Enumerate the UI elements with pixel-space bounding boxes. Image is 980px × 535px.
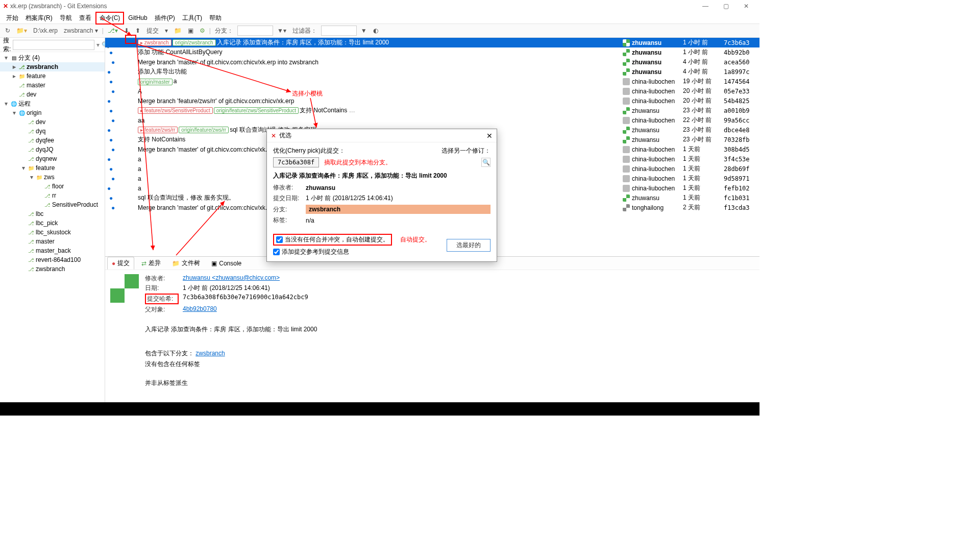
tree-origin-masterback[interactable]: ⎇master_back xyxy=(0,246,105,255)
menu-help[interactable]: 帮助 xyxy=(206,13,225,23)
detail-parent-link[interactable]: 4bb92b0780 xyxy=(183,305,217,312)
dialog-author-label: 修改者: xyxy=(273,183,302,192)
filter-apply-icon[interactable]: ▼ xyxy=(359,26,369,35)
tree-local-zwsbranch[interactable]: ▸⎇zwsbranch xyxy=(0,62,105,71)
commit-row[interactable]: ●▸ feature/zws/SensitiveProductorigin/fe… xyxy=(105,106,760,115)
filter-input[interactable] xyxy=(321,26,357,36)
detail-author-label: 修改者: xyxy=(145,274,179,283)
annotation-pick: 摘取此提交到本地分支。 xyxy=(324,158,391,167)
app-icon: ✕ xyxy=(3,3,8,10)
dialog-ok-button[interactable]: 选最好的 xyxy=(447,239,491,252)
branch-icon: ⎇ xyxy=(18,82,26,89)
remote-icon: 🌐 xyxy=(10,100,17,107)
close-button[interactable]: ✕ xyxy=(736,3,756,10)
tree-origin-revert[interactable]: ⎇revert-864ad100 xyxy=(0,255,105,264)
menu-view[interactable]: 查看 xyxy=(76,13,94,23)
detail-hash-label: 提交哈希: xyxy=(145,294,179,304)
branch-dropdown[interactable]: zwsbranch ▾ xyxy=(62,26,100,35)
detail-message: 入库记录 添加查询条件：库房 库区，添加功能：导出 limit 2000 xyxy=(145,325,754,334)
push-icon[interactable]: ⬆ xyxy=(133,26,142,35)
commit-row[interactable]: ●aachina-liubochen22 小时 前99a56cc xyxy=(105,115,760,125)
search-dropdown-icon[interactable]: ▾ xyxy=(96,41,100,48)
tree-local-master[interactable]: ⎇master xyxy=(0,81,105,90)
tree-origin-zwsbranch[interactable]: ⎇zwsbranch xyxy=(0,264,105,274)
tree-origin-lbc[interactable]: ⎇lbc xyxy=(0,209,105,218)
dot-icon: ● xyxy=(112,260,115,267)
branches-icon: ▤ xyxy=(10,54,17,61)
commit-row[interactable]: ●Merge branch 'feature/zws/rr' of git.ch… xyxy=(105,96,760,106)
tree-origin-zws[interactable]: ▾📁zws xyxy=(0,173,105,182)
detail-author-link[interactable]: zhuwansu <zhuwansu@chicv.com> xyxy=(183,274,280,281)
menu-commands[interactable]: 命令(C) xyxy=(95,12,125,25)
menu-start[interactable]: 开始 xyxy=(3,13,21,23)
dialog-title: 优选 xyxy=(279,131,291,140)
detail-contained: 包含于以下分支： zwsbranch xyxy=(145,349,754,358)
maximize-button[interactable]: ▢ xyxy=(716,3,736,10)
dialog-tag: n/a xyxy=(306,217,314,224)
tree-origin-dyqfee[interactable]: ⎇dyqfee xyxy=(0,136,105,145)
branch-icon: ⎇ xyxy=(18,63,26,70)
commit-button[interactable]: 提交 xyxy=(144,26,161,36)
graph-icon[interactable]: ⎇▾ xyxy=(106,26,120,35)
commit-row[interactable]: ●添加入库导出功能zhuwansu4 小时 前1a8997c xyxy=(105,67,760,77)
dialog-pick-another-label: 选择另一个修订： xyxy=(442,147,491,155)
branch-icon: ⎇ xyxy=(28,155,35,162)
tree-origin-dyq[interactable]: ⎇dyq xyxy=(0,127,105,136)
detail-avatar xyxy=(110,274,139,303)
menu-plugins[interactable]: 插件(P) xyxy=(152,13,178,23)
tab-diff[interactable]: ⇄差异 xyxy=(137,257,165,269)
tree-origin-dyqnew[interactable]: ⎇dyqnew xyxy=(0,154,105,163)
commit-row[interactable]: ●▸ zwsbranchorigin/zwsbranch入库记录 添加查询条件：… xyxy=(105,38,760,47)
toolbar-refresh-icon[interactable]: ↻ xyxy=(3,26,12,35)
pull-icon[interactable]: ⬇ xyxy=(122,26,131,35)
tree-zws-rr[interactable]: ⎇rr xyxy=(0,191,105,200)
branch-filter-input[interactable] xyxy=(237,26,273,36)
tree-local-dev[interactable]: ⎇dev xyxy=(0,90,105,99)
filter-icon[interactable]: ▼▾ xyxy=(275,26,288,35)
detail-contained-branch[interactable]: zwsbranch xyxy=(195,350,225,357)
dialog-hash[interactable]: 7c3b6a308f xyxy=(273,157,319,167)
settings-icon[interactable]: ⚙ xyxy=(198,26,207,35)
filter-clear-icon[interactable]: ◐ xyxy=(371,26,380,35)
tree-zws-floor[interactable]: ⎇floor xyxy=(0,182,105,191)
commit-row[interactable]: ●添加 功能 CountAllListByQueryzhuwansu1 小时 前… xyxy=(105,47,760,57)
menu-nav[interactable]: 导航 xyxy=(57,13,75,23)
search-input[interactable] xyxy=(13,40,94,50)
commit-row[interactable]: ●Achina-liubochen20 小时 前05e7e33 xyxy=(105,86,760,96)
terminal-icon[interactable]: ▣ xyxy=(186,26,195,35)
tab-commit[interactable]: ●提交 xyxy=(107,257,134,270)
tree-origin[interactable]: ▾🌐origin xyxy=(0,108,105,117)
dialog-browse-revision-button[interactable]: 🔍 xyxy=(481,158,491,167)
dialog-close-button[interactable]: ✕ xyxy=(486,132,493,140)
stash-icon[interactable]: ▾ xyxy=(163,26,170,35)
tab-filetree[interactable]: 📁文件树 xyxy=(168,257,204,269)
detail-not-from-tag: 并非从标签派生 xyxy=(145,379,754,387)
commit-row[interactable]: ●origin/masterachina-liubochen19 小时 前147… xyxy=(105,77,760,86)
dialog-auto-commit-checkbox[interactable] xyxy=(276,236,283,243)
menu-repo[interactable]: 档案库(R) xyxy=(22,13,56,23)
tree-local-feature[interactable]: ▸📁feature xyxy=(0,71,105,81)
menu-github[interactable]: GitHub xyxy=(125,13,150,22)
branch-icon: ⎇ xyxy=(44,201,51,208)
commit-row[interactable]: ●Merge branch 'master' of git.chicv.com:… xyxy=(105,57,760,67)
tree-remote-header[interactable]: ▾🌐远程 xyxy=(0,99,105,108)
path-text[interactable]: D:\xk.erp xyxy=(31,26,60,35)
folder-icon[interactable]: 📁▾ xyxy=(14,26,29,35)
tree-branches-header[interactable]: ▾▤分支 (4) xyxy=(0,53,105,62)
tree-origin-lbcpick[interactable]: ⎇lbc_pick xyxy=(0,218,105,228)
menu-tools[interactable]: 工具(T) xyxy=(179,13,205,23)
tree-origin-feature[interactable]: ▾📁feature xyxy=(0,163,105,173)
tree-origin-master[interactable]: ⎇master xyxy=(0,237,105,246)
browse-icon[interactable]: 📁 xyxy=(172,26,184,35)
dialog-add-ref-checkbox[interactable] xyxy=(273,249,280,255)
tree-zws-sensitive[interactable]: ⎇SensitiveProduct xyxy=(0,200,105,209)
tree-origin-dyqjq[interactable]: ⎇dyqJQ xyxy=(0,145,105,154)
tab-console[interactable]: ▣Console xyxy=(207,258,246,269)
bottom-border xyxy=(0,402,760,416)
detail-date-label: 日期: xyxy=(145,284,179,293)
dialog-date-label: 提交日期: xyxy=(273,194,302,203)
tree-origin-dev[interactable]: ⎇dev xyxy=(0,117,105,127)
minimize-button[interactable]: — xyxy=(695,3,716,10)
branch-icon: ⎇ xyxy=(44,192,51,199)
tree-origin-lbcsku[interactable]: ⎇lbc_skustock xyxy=(0,228,105,237)
